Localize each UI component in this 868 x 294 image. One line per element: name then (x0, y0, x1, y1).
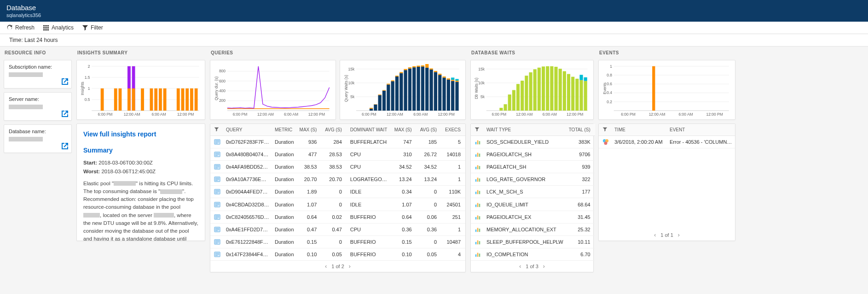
svg-text:6:00 AM: 6:00 AM (413, 112, 428, 117)
query-duration-chart[interactable]: 2004006008006:00 PM12:00 AM6:00 AM12:00 … (210, 60, 336, 120)
svg-rect-167 (475, 192, 477, 194)
events-pager: ‹ 1 of 1 › (599, 229, 735, 241)
wait-icon (471, 136, 483, 148)
insights-body: View full insights report Summary Start:… (76, 123, 205, 241)
chevron-right-icon[interactable]: › (349, 263, 351, 270)
col-wavg[interactable]: AVG (S) (417, 124, 441, 136)
col-wmax[interactable]: MAX (S) (391, 124, 417, 136)
svg-rect-136 (516, 84, 520, 111)
analytics-button[interactable]: Analytics (43, 24, 74, 31)
chevron-right-icon[interactable]: › (543, 263, 545, 270)
table-row[interactable]: 0x9A10A7736EED... Duration 20.70 20.70 L… (210, 173, 465, 186)
col-wait-type[interactable]: WAIT TYPE (483, 124, 565, 136)
col-avg[interactable]: AVG (S) (321, 124, 346, 136)
query-wait-chart[interactable]: 5k10k15k6:00 PM12:00 AM6:00 AM12:00 PMQu… (340, 60, 466, 120)
popout-icon[interactable] (61, 78, 69, 85)
cell-wmax: 0.34 (391, 186, 417, 198)
full-report-link[interactable]: View full insights report (83, 129, 198, 139)
table-row[interactable]: PAGELATCH_SH 939 (471, 161, 595, 173)
filter-icon[interactable] (602, 127, 608, 132)
cell-avg: 0 (321, 235, 346, 248)
cell-wavg: 0.06 (417, 211, 441, 223)
table-row[interactable]: 0x4AFA9BDD526... Duration 38.53 38.53 CP… (210, 161, 465, 173)
waits-heading: DATABASE WAITS (470, 50, 594, 56)
col-query[interactable]: QUERY (222, 124, 271, 136)
svg-rect-78 (395, 76, 399, 111)
filter-icon[interactable] (214, 127, 219, 132)
cell-total: 6.70 (565, 248, 595, 260)
table-row[interactable]: 0x8A480B040746... Duration 477 28.53 CPU… (210, 148, 465, 161)
table-row[interactable]: 0xD762F283F7FBF5 Duration 936 284 BUFFER… (210, 136, 465, 148)
cell-wmax: 0.10 (391, 248, 417, 260)
cell-metric: Duration (271, 136, 296, 148)
col-event[interactable]: EVENT (666, 124, 735, 136)
svg-rect-33 (159, 88, 162, 111)
filter-button[interactable]: Filter (82, 24, 103, 31)
waits-column: DATABASE WAITS 5k10k15k6:00 PM12:00 AM6:… (470, 50, 594, 272)
chevron-right-icon[interactable]: › (678, 232, 680, 238)
cell-wmax: 0.36 (391, 223, 417, 235)
table-row[interactable]: SOS_SCHEDULER_YIELD 383K (471, 136, 595, 148)
col-total[interactable]: TOTAL (S) (565, 124, 595, 136)
refresh-button[interactable]: Refresh (6, 24, 35, 31)
server-card[interactable]: Server name: (4, 92, 72, 121)
popout-icon[interactable] (61, 142, 69, 150)
cell-total: 322 (565, 173, 595, 186)
svg-rect-81 (399, 72, 403, 73)
table-row[interactable]: 0xC824056576DF... Duration 0.64 0.02 BUF… (210, 211, 465, 223)
cell-query: 0x4AFA9BDD526... (222, 161, 271, 173)
svg-rect-177 (477, 228, 479, 232)
cell-query: 0x4CBDAD32D85... (222, 198, 271, 211)
svg-rect-4 (45, 27, 47, 29)
table-row[interactable]: PAGEIOLATCH_SH 9706 (471, 148, 595, 161)
table-row[interactable]: LOG_RATE_GOVERNOR 322 (471, 173, 595, 186)
cell-metric: Duration (271, 223, 296, 235)
svg-rect-155 (475, 142, 477, 144)
table-row[interactable]: MEMORY_ALLOCATION_EXT 25.32 (471, 223, 595, 235)
svg-rect-95 (429, 69, 433, 70)
chevron-left-icon[interactable]: ‹ (519, 263, 521, 270)
table-row[interactable]: 0x147F23844F44E8 Duration 0.10 0.05 BUFF… (210, 248, 465, 260)
table-row[interactable]: SLEEP_BUFFERPOOL_HELPLW 10.11 (471, 235, 595, 248)
cell-wait: CPU (347, 223, 391, 235)
filter-icon[interactable] (475, 127, 480, 132)
svg-rect-151 (579, 80, 583, 111)
table-row[interactable]: 0x4CBDAD32D85... Duration 1.07 0 IDLE 1.… (210, 198, 465, 211)
col-time[interactable]: TIME (611, 124, 666, 136)
database-card[interactable]: Database name: (4, 124, 72, 153)
table-row[interactable]: LCK_M_SCH_S 177 (471, 186, 595, 198)
database-label: Database name: (9, 129, 67, 134)
toolbar: Refresh Analytics Filter (0, 22, 868, 34)
svg-rect-69 (374, 104, 377, 105)
refresh-label: Refresh (15, 24, 35, 31)
col-max[interactable]: MAX (S) (296, 124, 322, 136)
table-row[interactable]: IO_QUEUE_LIMIT 68.64 (471, 198, 595, 211)
svg-text:6:00 AM: 6:00 AM (284, 112, 298, 117)
table-row[interactable]: 0xA4E1FFD2D77C... Duration 0.47 0.47 CPU… (210, 223, 465, 235)
svg-rect-80 (399, 73, 403, 111)
subscription-card[interactable]: Subscription name: (4, 60, 72, 88)
chevron-left-icon[interactable]: ‹ (325, 263, 327, 270)
col-exec[interactable]: EXECS (441, 124, 465, 136)
events-chart[interactable]: 0.20.40.60.816:00 PM12:00 AM6:00 AM12:00… (598, 60, 735, 120)
cell-wait-type: LCK_M_SCH_S (483, 186, 565, 198)
table-row[interactable]: IO_COMPLETION 6.70 (471, 248, 595, 260)
insights-chart[interactable]: 0.511.526:00 PM12:00 AM6:00 AM12:00 PMIn… (76, 60, 205, 120)
table-row[interactable]: 0xE761222848FB8D Duration 0.15 0 BUFFERI… (210, 235, 465, 248)
svg-rect-145 (554, 67, 557, 111)
chevron-left-icon[interactable]: ‹ (654, 232, 656, 238)
svg-text:0.8: 0.8 (607, 73, 612, 77)
cell-wavg: 0 (417, 198, 441, 211)
col-metric[interactable]: METRIC (271, 124, 296, 136)
table-row[interactable]: 3/6/2018, 2:00:20 AM Error - 40536 - 'CO… (599, 136, 735, 148)
table-row[interactable]: 0xD904A4FED700... Duration 1.89 0 IDLE 0… (210, 186, 465, 198)
col-wait[interactable]: DOMINANT WAIT (347, 124, 391, 136)
svg-rect-141 (538, 68, 541, 111)
db-wait-chart[interactable]: 5k10k15k6:00 PM12:00 AM6:00 AM12:00 PMDb… (470, 60, 594, 120)
time-filter[interactable]: Time: Last 24 hours (0, 34, 868, 47)
svg-text:0.4: 0.4 (607, 90, 612, 95)
table-row[interactable]: PAGEIOLATCH_EX 31.45 (471, 211, 595, 223)
popout-icon[interactable] (61, 110, 69, 118)
svg-rect-173 (475, 217, 477, 219)
cell-avg: 0.05 (321, 248, 346, 260)
